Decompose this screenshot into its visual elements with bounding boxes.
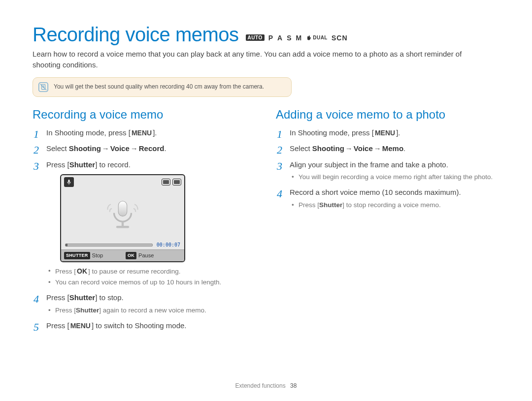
shutter-tag: SHUTTER [64, 252, 90, 260]
progress-track [65, 244, 153, 247]
elapsed-time: 00:00:07 [157, 241, 180, 248]
right-step-2: Select Shooting→Voice→Memo. [276, 143, 499, 154]
text: Record a short voice memo (10 seconds ma… [290, 188, 461, 196]
text: Press [ [55, 268, 76, 275]
footer-section: Extended functions [235, 382, 286, 389]
pause-label: Pause [138, 251, 154, 260]
sub-item: Press [Shutter] to stop recording a voic… [290, 200, 499, 210]
lcd-screenshot: 00:00:07 SHUTTER Stop OK Pause [60, 174, 185, 262]
text: . [403, 144, 405, 153]
note-box: You will get the best sound quality when… [33, 77, 292, 97]
path-b: Voice [354, 144, 373, 153]
text: ]. [153, 128, 157, 137]
mode-a: A [277, 34, 283, 42]
svg-rect-4 [116, 226, 129, 228]
text: Align your subject in the frame and take… [290, 160, 448, 169]
arrow-icon: → [101, 144, 110, 153]
microphone-large-icon [105, 197, 140, 231]
left-step-4: Press [Shutter] to stop. Press [Shutter]… [33, 292, 256, 315]
note-icon [38, 82, 49, 93]
text: In Shooting mode, press [ [290, 128, 374, 137]
path-a: Shooting [312, 144, 344, 153]
page-number: 38 [290, 382, 297, 389]
sub-item: Press [OK] to pause or resume recording. [46, 266, 256, 277]
right-step-4: Record a short voice memo (10 seconds ma… [276, 187, 499, 210]
ok-tag: OK [126, 252, 136, 260]
text: ] again to record a new voice memo. [99, 307, 206, 314]
mode-dual: DUAL [306, 35, 328, 41]
svg-rect-2 [118, 201, 127, 216]
mode-p: P [268, 34, 273, 42]
text: . [164, 144, 166, 153]
mode-s: S [287, 34, 292, 42]
battery-icon [172, 179, 181, 185]
text: ]. [396, 128, 400, 137]
lcd-footer-pause: OK Pause [123, 250, 184, 261]
menu-key: MENU [374, 128, 396, 138]
path-c: Memo [382, 144, 403, 153]
right-heading: Adding a voice memo to a photo [276, 108, 499, 122]
text: ] to record. [95, 160, 131, 169]
svg-rect-3 [122, 221, 124, 226]
mode-auto-badge: AUTO [246, 34, 265, 41]
arrow-icon: → [130, 144, 139, 153]
lcd-top-bar [61, 175, 184, 187]
shutter-key: Shutter [69, 293, 96, 302]
left-step-1: In Shooting mode, press [MENU]. [33, 127, 256, 139]
hand-icon [306, 35, 312, 41]
ok-key: OK [76, 266, 88, 277]
memory-icon [162, 179, 170, 185]
sub-item: Press [Shutter] again to record a new vo… [46, 306, 256, 315]
text: Select [46, 144, 69, 153]
path-b: Voice [110, 144, 130, 153]
shutter-key: Shutter [69, 160, 96, 169]
left-step-2: Select Shooting→Voice→Record. [33, 143, 256, 154]
lcd-footer-stop: SHUTTER Stop [61, 250, 123, 261]
shutter-key: Shutter [76, 307, 99, 314]
arrow-icon: → [373, 144, 382, 153]
stop-label: Stop [92, 251, 103, 260]
text: Press [ [55, 307, 76, 314]
left-step-3: Press [Shutter] to record. [33, 159, 256, 288]
manual-page: Recording voice memos AUTO P A S M DUAL … [0, 0, 532, 401]
microphone-icon [64, 177, 74, 187]
text: Press [ [46, 321, 69, 330]
text: ] to switch to Shooting mode. [92, 321, 187, 330]
mode-strip: AUTO P A S M DUAL SCN [246, 34, 348, 42]
intro-text: Learn how to record a voice memo that yo… [33, 49, 486, 70]
arrow-icon: → [344, 144, 354, 153]
text: Press [ [299, 201, 319, 209]
text: Press [ [46, 293, 69, 302]
left-step4-sub: Press [Shutter] again to record a new vo… [46, 306, 256, 315]
right-step-3: Align your subject in the frame and take… [276, 159, 499, 183]
right-steps: In Shooting mode, press [MENU]. Select S… [276, 127, 499, 211]
page-footer: Extended functions 38 [0, 382, 532, 389]
note-text: You will get the best sound quality when… [54, 83, 264, 91]
title-row: Recording voice memos AUTO P A S M DUAL … [33, 24, 499, 46]
sub-item: You can record voice memos of up to 10 h… [46, 278, 256, 287]
right-step-1: In Shooting mode, press [MENU]. [276, 127, 499, 139]
col-right: Adding a voice memo to a photo In Shooti… [276, 108, 499, 337]
mode-m: M [296, 34, 302, 42]
left-step3-sub: Press [OK] to pause or resume recording.… [46, 266, 256, 288]
mode-scn: SCN [332, 34, 348, 42]
path-c: Record [139, 144, 165, 153]
menu-key: MENU [131, 128, 153, 138]
path-a: Shooting [69, 144, 101, 153]
lcd-center [61, 187, 184, 241]
text: Select [290, 144, 312, 153]
menu-key: MENU [69, 321, 92, 331]
right-step4-sub: Press [Shutter] to stop recording a voic… [290, 200, 499, 210]
page-title: Recording voice memos [33, 24, 239, 46]
right-step3-sub: You will begin recording a voice memo ri… [290, 172, 499, 182]
mode-dual-label: DUAL [313, 35, 328, 40]
left-steps: In Shooting mode, press [MENU]. Select S… [33, 127, 256, 332]
columns: Recording a voice memo In Shooting mode,… [33, 108, 499, 337]
text: In Shooting mode, press [ [46, 128, 131, 137]
text: ] to stop recording a voice memo. [342, 201, 441, 209]
text: Press [ [46, 160, 69, 169]
text: ] to stop. [95, 293, 124, 302]
text: ] to pause or resume recording. [88, 268, 181, 275]
lcd-footer: SHUTTER Stop OK Pause [61, 249, 184, 261]
col-left: Recording a voice memo In Shooting mode,… [33, 108, 256, 337]
